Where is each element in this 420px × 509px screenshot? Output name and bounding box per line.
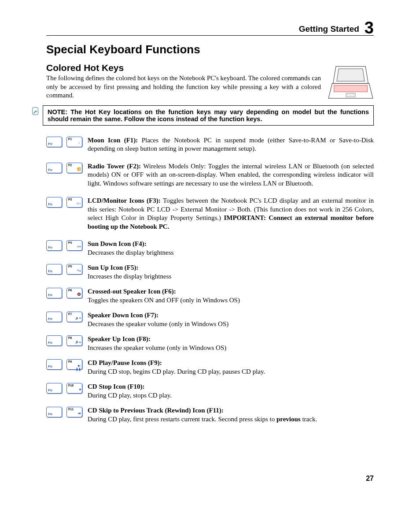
laptop-illustration [328,65,374,102]
hotkey-description: Crossed-out Speaker Icon (F6):Toggles th… [88,287,374,305]
hotkey-description: Moon Icon (F1): Places the Notebook PC i… [88,136,374,153]
hotkey-description: CD Skip to Previous Track (Rewind) Icon … [88,406,374,424]
function-key-icon: F5☀▴ [66,264,82,275]
note-icon [32,107,40,115]
function-key-icon: F9▶/❚❚ [66,359,82,370]
fn-key-icon [46,197,62,208]
hotkey-description: CD Play/Pause Icons (F9):During CD stop,… [88,359,374,376]
hotkey-description: Speaker Up Icon (F8):Increases the speak… [88,335,374,352]
function-key-icon: F6🔇 [66,288,82,298]
function-key-icon: F4☀▾ [66,240,82,251]
hotkey-row: F1☾Moon Icon (F1): Places the Notebook P… [46,136,374,153]
fn-key-icon [46,163,62,173]
svg-rect-3 [334,85,368,92]
hotkey-row: F2📶Radio Tower (F2): Wireless Models Onl… [46,162,374,188]
note-text: NOTE: The Hot Key locations on the funct… [48,108,369,123]
function-key-icon: F11⏮ [66,407,82,417]
hotkey-description: LCD/Monitor Icons (F3): Toggles between … [88,197,374,231]
hotkey-row: F9▶/❚❚CD Play/Pause Icons (F9):During CD… [46,359,374,376]
hotkey-description: CD Stop Icon (F10):During CD play, stops… [88,383,374,400]
hotkey-row: F5☀▴Sun Up Icon (F5):Increases the displ… [46,264,374,281]
page-title: Special Keyboard Functions [46,43,374,56]
function-key-icon: F8🔊▴ [66,335,82,346]
fn-key-icon [46,240,62,251]
hotkey-description: Sun Down Icon (F4):Decreases the display… [88,240,374,257]
fn-key-icon [46,335,62,346]
hotkey-description: Sun Up Icon (F5):Increases the display b… [88,264,374,281]
hotkey-row: F8🔊▴Speaker Up Icon (F8):Increases the s… [46,335,374,352]
hotkey-list: F1☾Moon Icon (F1): Places the Notebook P… [46,136,374,424]
hotkey-row: F4☀▾Sun Down Icon (F4):Decreases the dis… [46,240,374,257]
fn-key-icon [46,137,62,147]
intro-paragraph: The following defines the colored hot ke… [46,74,374,100]
fn-key-icon [46,407,62,417]
fn-key-icon [46,312,62,322]
function-key-icon: F7🔉▾ [66,312,82,322]
function-key-icon: F2📶 [66,163,82,173]
note-box: NOTE: The Hot Key locations on the funct… [43,105,374,126]
hotkey-row: F3⎚/▢LCD/Monitor Icons (F3): Toggles bet… [46,197,374,231]
fn-key-icon [46,359,62,370]
subsection-title: Colored Hot Keys [46,63,374,73]
hotkey-row: F6🔇Crossed-out Speaker Icon (F6):Toggles… [46,287,374,305]
hotkey-description: Radio Tower (F2): Wireless Models Only: … [88,162,374,188]
section-title: Getting Started [299,24,359,35]
svg-marker-1 [337,69,365,81]
hotkey-row: F10■CD Stop Icon (F10):During CD play, s… [46,383,374,400]
function-key-icon: F10■ [66,383,82,394]
fn-key-icon [46,288,62,298]
section-number: 3 [365,19,374,36]
function-key-icon: F3⎚/▢ [66,197,82,208]
hotkey-description: Speaker Down Icon (F7):Decreases the spe… [88,311,374,328]
function-key-icon: F1☾ [66,137,82,147]
hotkey-row: F7🔉▾Speaker Down Icon (F7):Decreases the… [46,311,374,328]
fn-key-icon [46,264,62,275]
fn-key-icon [46,383,62,394]
page-header: Getting Started 3 [46,18,374,36]
svg-rect-4 [346,93,355,97]
hotkey-row: F11⏮CD Skip to Previous Track (Rewind) I… [46,406,374,424]
page-number: 27 [366,475,374,483]
